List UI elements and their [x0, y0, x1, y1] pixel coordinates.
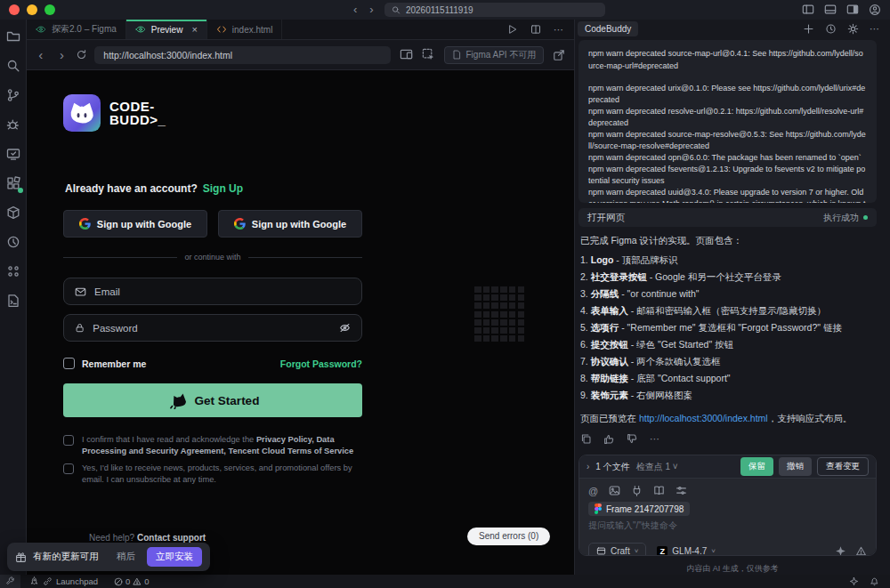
split-editor-icon[interactable] [530, 24, 541, 35]
agreement-checkbox-2[interactable] [63, 463, 74, 474]
device-toolbar-icon[interactable] [398, 47, 414, 63]
composer-placeholder[interactable]: 提问或输入"/"快捷命令 [588, 520, 867, 532]
summary-footer: 页面已预览在 http://localhost:3000/index.html，… [580, 411, 877, 425]
docs-icon[interactable] [653, 485, 665, 496]
google-signup-button-2[interactable]: Sign up with Google [218, 210, 362, 238]
tab-label: index.html [232, 25, 273, 35]
bell-icon[interactable] [870, 576, 879, 586]
summary-item: 8.帮助链接 - 底部 "Contact support" [580, 370, 877, 387]
agreement-checkbox-1[interactable] [63, 435, 74, 446]
lock-icon [75, 322, 85, 334]
get-started-label: Get Started [195, 394, 260, 407]
explorer-icon[interactable] [5, 28, 21, 44]
package-icon[interactable] [5, 205, 21, 221]
inspect-element-icon[interactable] [421, 47, 437, 63]
thumbs-up-icon[interactable] [603, 433, 615, 445]
tools-icon[interactable] [676, 485, 687, 496]
extensions-icon[interactable] [5, 175, 21, 191]
password-field[interactable] [63, 314, 362, 342]
send-errors-button[interactable]: Send errors (0) [467, 528, 550, 545]
forward-icon[interactable]: › [55, 47, 69, 62]
email-field[interactable] [63, 278, 362, 305]
reload-icon[interactable] [76, 49, 87, 60]
remote-preview-icon[interactable] [5, 146, 21, 162]
close-tab-icon[interactable]: × [191, 24, 197, 35]
toggle-right-panel-icon[interactable] [846, 4, 859, 16]
model-dropdown[interactable]: Z GLM-4.7˅ [653, 544, 719, 556]
view-changes-button[interactable]: 查看变更 [817, 457, 869, 476]
message-more-icon[interactable]: ⋯ [650, 433, 659, 445]
image-icon[interactable] [609, 485, 620, 496]
signup-link[interactable]: Sign Up [203, 182, 243, 195]
tab-preview[interactable]: Preview × [126, 20, 207, 39]
open-external-icon[interactable] [551, 47, 567, 63]
tab-figma-explore[interactable]: 探索2.0 – Figma [27, 20, 126, 39]
copy-icon[interactable] [580, 433, 592, 445]
source-control-icon[interactable] [5, 87, 21, 103]
problems-indicator[interactable]: 0 0 [109, 575, 155, 588]
launchpad-button[interactable]: Launchpad [24, 575, 103, 588]
thumbs-down-icon[interactable] [627, 433, 638, 445]
settings-gear-icon[interactable] [847, 23, 859, 35]
plug-icon[interactable] [631, 485, 643, 496]
contact-support-link[interactable]: Contact support [137, 533, 206, 543]
preview-url-link[interactable]: http://localhost:3000/index.html [639, 413, 768, 423]
toast-install-button[interactable]: 立即安装 [147, 547, 202, 567]
figma-frame-chip[interactable]: Frame 2147207798 [588, 502, 690, 516]
mention-icon[interactable]: @ [588, 486, 598, 496]
alert-triangle-icon[interactable] [855, 545, 867, 556]
search-icon[interactable] [5, 58, 21, 74]
password-input[interactable] [93, 323, 331, 334]
new-chat-icon[interactable] [803, 23, 814, 35]
figma-api-status-button[interactable]: Figma API 不可用 [444, 46, 545, 64]
compass-icon[interactable] [849, 576, 859, 586]
maximize-window-button[interactable] [44, 4, 55, 15]
forgot-password-link[interactable]: Forgot Password? [280, 358, 362, 369]
run-icon[interactable] [507, 24, 518, 35]
expand-chevron-icon[interactable]: › [587, 462, 589, 471]
undo-button[interactable]: 撤销 [779, 457, 812, 476]
apps-grid-icon[interactable] [5, 263, 21, 279]
minimize-window-button[interactable] [27, 4, 37, 15]
history-back-button[interactable]: ‹ [353, 0, 357, 20]
keep-button[interactable]: 保留 [740, 457, 773, 476]
terminal-output[interactable]: npm warn deprecated source-map-url@0.4.1… [578, 40, 877, 202]
url-bar[interactable] [94, 46, 391, 64]
google-icon [79, 218, 91, 230]
history-forward-button[interactable]: › [369, 0, 373, 20]
tool-call-card[interactable]: 打开网页 执行成功 [578, 208, 877, 227]
chat-history-icon[interactable] [825, 23, 837, 35]
toast-later-button[interactable]: 稍后 [117, 551, 135, 563]
codebuddy-panel-tab[interactable]: CodeBuddy [578, 21, 638, 36]
history-icon[interactable] [5, 234, 21, 250]
remember-checkbox[interactable] [63, 358, 75, 369]
email-input[interactable] [94, 286, 351, 297]
link-icon [43, 576, 53, 586]
success-dot [863, 215, 868, 220]
tab-index-html[interactable]: index.html [207, 20, 283, 39]
google-signup-button-1[interactable]: Sign up with Google [63, 210, 207, 238]
toggle-left-panel-icon[interactable] [802, 4, 814, 16]
get-started-button[interactable]: Get Started [63, 383, 362, 417]
changed-files-count[interactable]: 1 个文件 [595, 461, 629, 473]
close-window-button[interactable] [9, 4, 20, 15]
terminal-line: npm warn deprecated resolve-url@0.2.1: h… [588, 106, 867, 129]
file-terminal-icon[interactable] [5, 293, 21, 309]
eye-off-icon[interactable] [339, 321, 351, 334]
account-icon[interactable] [869, 4, 881, 16]
toggle-bottom-panel-icon[interactable] [824, 4, 837, 16]
remote-tools-button[interactable] [0, 575, 20, 588]
agreement-row-1: I confirm that I have read and acknowled… [63, 434, 370, 457]
mode-dropdown[interactable]: Craft˅ [588, 543, 646, 556]
panel-more-icon[interactable]: ⋯ [870, 23, 879, 35]
chat-composer[interactable]: @ Frame 2147207798 提问或输入"/"快捷命令 [579, 479, 876, 556]
enhance-sparkle-icon[interactable] [835, 545, 846, 556]
url-input[interactable] [103, 50, 382, 60]
command-search-box[interactable] [384, 3, 605, 17]
checkpoint-dropdown[interactable]: 检查点 1 ˅ [636, 461, 678, 473]
debug-icon[interactable] [5, 117, 21, 133]
more-actions-icon[interactable]: ⋯ [554, 24, 563, 36]
back-icon[interactable]: ‹ [34, 47, 48, 62]
summary-item: 2.社交登录按钮 - Google 和另一个社交平台登录 [580, 269, 877, 286]
command-search-input[interactable] [406, 5, 598, 15]
